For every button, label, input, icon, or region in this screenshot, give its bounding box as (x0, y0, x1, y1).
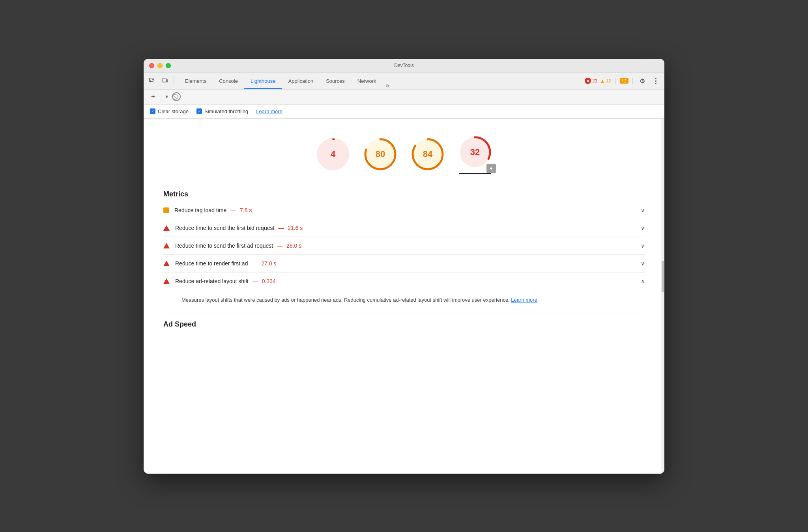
settings-button[interactable]: ⚙ (637, 75, 648, 86)
svg-rect-1 (162, 79, 166, 82)
red-triangle-icon-5 (163, 278, 170, 284)
traffic-lights (149, 63, 171, 68)
score-value-4: 32 (470, 147, 480, 157)
metric-value-3: 26.0 s (286, 243, 301, 249)
metric-dash-5: — (251, 278, 260, 284)
tab-console[interactable]: Console (213, 73, 244, 89)
score-gauge-4: 32 ✦ (457, 134, 493, 170)
tab-separator (174, 77, 174, 85)
plugin-icon: ✦ (486, 164, 496, 173)
simulated-throttling-option[interactable]: ✓ Simulated throttling (196, 108, 248, 114)
metric-row-5[interactable]: Reduce ad-related layout shift — 0.334 ∧ (163, 273, 645, 290)
metric-learn-more-link[interactable]: Learn more (511, 297, 537, 303)
metric-detail-text: Measures layout shifts that were caused … (181, 296, 627, 304)
scrollbar-thumb[interactable] (662, 261, 664, 292)
metric-label-2: Reduce time to send the first bid reques… (175, 225, 274, 231)
dropdown-button[interactable]: ▼ (165, 94, 169, 99)
metric-value-5: 0.334 (262, 278, 276, 284)
error-badge[interactable]: ✕ 21 (585, 78, 597, 84)
metric-expand-1[interactable]: ∨ (641, 207, 645, 213)
metric-label-4: Reduce time to render first ad (175, 260, 248, 267)
metric-dash-2: — (277, 225, 285, 231)
main-content: 4 80 (144, 119, 664, 474)
tabs-container: Elements Console Lighthouse Application … (179, 73, 585, 89)
tab-application[interactable]: Application (282, 73, 320, 89)
metric-dash-4: — (250, 260, 259, 267)
metric-expand-2[interactable]: ∨ (641, 225, 645, 231)
learn-more-link[interactable]: Learn more (256, 108, 282, 114)
simulated-throttling-checkbox[interactable]: ✓ (196, 108, 202, 114)
active-indicator (459, 173, 491, 174)
toolbar-separator (161, 93, 161, 101)
tab-icons (147, 75, 176, 86)
metric-dash-1: — (229, 207, 238, 213)
score-value-2: 80 (376, 149, 385, 159)
clear-storage-checkbox[interactable]: ✓ (150, 108, 155, 114)
device-toggle-icon[interactable] (159, 75, 170, 86)
inspect-icon[interactable] (147, 75, 158, 86)
metric-row-4[interactable]: Reduce time to render first ad — 27.0 s … (163, 255, 645, 273)
error-icon: ✕ (585, 78, 591, 84)
metric-expand-3[interactable]: ∨ (641, 243, 645, 249)
ad-speed-title: Ad Speed (163, 312, 645, 332)
tab-bar: Elements Console Lighthouse Application … (144, 73, 664, 90)
add-button[interactable]: + (148, 92, 158, 101)
metric-dash-3: — (275, 243, 284, 249)
score-gauge-3: 84 (410, 136, 445, 172)
more-tabs-button[interactable]: » (383, 82, 393, 89)
metrics-section: Metrics Reduce tag load time — 7.8 s ∨ R… (144, 182, 664, 313)
dropdown-arrow-icon: ▼ (165, 94, 169, 99)
metric-expand-5[interactable]: ∧ (641, 278, 645, 284)
red-triangle-icon-2 (163, 225, 170, 231)
metric-row-1[interactable]: Reduce tag load time — 7.8 s ∨ (163, 202, 645, 219)
title-bar: DevTools (144, 59, 664, 73)
toolbar: + ▼ ⃠ (144, 90, 664, 105)
score-circle-1: 4 (315, 136, 351, 172)
score-gauge-1: 4 (315, 136, 351, 172)
info-icon: ! (622, 78, 623, 83)
ad-speed-section: Ad Speed (144, 312, 664, 332)
red-triangle-icon-4 (163, 261, 170, 266)
score-section: 4 80 (144, 119, 664, 182)
metric-detail-5: Measures layout shifts that were caused … (163, 290, 645, 313)
score-gauge-2: 80 (363, 136, 398, 172)
orange-square-icon (163, 207, 169, 213)
tab-elements[interactable]: Elements (179, 73, 213, 89)
score-circle-4: 32 ✦ (457, 134, 493, 174)
metric-expand-4[interactable]: ∨ (641, 260, 645, 267)
tab-sources[interactable]: Sources (320, 73, 351, 89)
options-bar: ✓ Clear storage ✓ Simulated throttling L… (144, 105, 664, 119)
simulated-throttling-label: Simulated throttling (204, 108, 248, 114)
clear-storage-label: Clear storage (158, 108, 189, 114)
score-circle-3: 84 (410, 136, 445, 172)
svg-rect-0 (150, 78, 153, 82)
more-options-button[interactable]: ⋮ (650, 75, 661, 86)
metric-row-3[interactable]: Reduce time to send the first ad request… (163, 237, 645, 255)
tab-right-controls: ✕ 21 ▲ 12 ! 2 ⚙ ⋮ (585, 75, 661, 86)
maximize-button[interactable] (166, 63, 171, 68)
metric-value-1: 7.8 s (240, 207, 252, 213)
close-button[interactable] (149, 63, 154, 68)
window-title: DevTools (394, 63, 413, 68)
warning-badge[interactable]: ▲ 12 (600, 78, 612, 84)
devtools-window: DevTools Elements Conso (144, 59, 664, 474)
metric-label-5: Reduce ad-related layout shift (175, 278, 249, 284)
badge-separator-2 (632, 78, 633, 84)
badge-separator (615, 78, 616, 84)
tab-lighthouse[interactable]: Lighthouse (244, 73, 282, 89)
tab-network[interactable]: Network (351, 73, 383, 89)
clear-storage-option[interactable]: ✓ Clear storage (150, 108, 189, 114)
metric-value-4: 27.0 s (261, 260, 276, 267)
warning-icon: ▲ (600, 78, 605, 84)
info-badge[interactable]: ! 2 (620, 78, 628, 84)
metric-row-2[interactable]: Reduce time to send the first bid reques… (163, 219, 645, 237)
score-value-1: 4 (331, 149, 335, 159)
metric-value-2: 21.6 s (288, 225, 303, 231)
minimize-button[interactable] (157, 63, 163, 68)
score-value-3: 84 (423, 149, 432, 159)
no-entry-icon[interactable]: ⃠ (172, 92, 181, 101)
score-circle-2: 80 (363, 136, 398, 172)
metric-label-3: Reduce time to send the first ad request (175, 243, 273, 249)
scrollbar[interactable] (661, 119, 664, 474)
metrics-title: Metrics (163, 182, 645, 202)
